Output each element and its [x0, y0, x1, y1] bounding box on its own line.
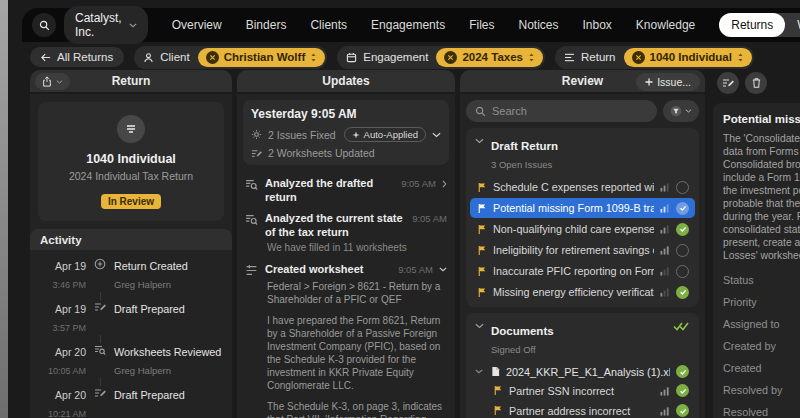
updates-summary-group: Yesterday 9:05 AM 2 Issues Fixed Auto-Ap… [243, 100, 449, 165]
person-icon [143, 52, 154, 63]
issue-row[interactable]: Schedule C expenses reported without i..… [470, 177, 695, 197]
signal-bars-icon [660, 266, 670, 276]
update-item[interactable]: Analyzed the current state of the tax re… [237, 206, 455, 241]
auto-applied-badge[interactable]: Auto-Applied [344, 127, 426, 142]
org-switcher[interactable]: Catalyst, Inc. [64, 6, 148, 44]
review-search-row [466, 100, 699, 122]
activity-time: 3:46 PM [52, 280, 86, 290]
filter-label-client: Client [136, 49, 197, 65]
filter-chip-engagement: Engagement 2024 Taxes [337, 46, 545, 69]
nav-item-clients[interactable]: Clients [310, 18, 347, 32]
signal-bars-icon [660, 386, 670, 396]
document-issue-row[interactable]: Partner SSN incorrect [470, 381, 695, 400]
issue-detail-card: Potential missing F The 'Consolidated da… [713, 103, 800, 418]
update-item[interactable]: Created worksheet 9:05 AM [237, 257, 455, 279]
status-circle-done[interactable] [676, 384, 689, 397]
status-circle-done[interactable] [676, 365, 689, 378]
document-row[interactable]: 2024_KKR_PE_K1_Analysis (1).xlsx [470, 362, 695, 381]
issue-row-selected[interactable]: Potential missing Form 1099-B transacti.… [470, 198, 695, 218]
issue-detail-body-line: probable that there [723, 197, 800, 210]
activity-row[interactable]: Apr 193:57 PM Draft Prepared [38, 299, 226, 335]
nav-item-notices[interactable]: Notices [518, 18, 558, 32]
issue-text: Ineligibility for retirement savings con… [493, 244, 654, 256]
remove-filter-icon[interactable] [206, 51, 219, 64]
filter-value-engagement[interactable]: 2024 Taxes [436, 48, 543, 67]
activity-row[interactable]: Apr 2010:21 AM Draft Prepared [38, 385, 226, 418]
edit-issue-button[interactable] [717, 72, 739, 94]
delete-issue-button[interactable] [745, 72, 767, 94]
status-circle-open[interactable] [676, 265, 689, 278]
field-created-by: Created by [723, 340, 800, 352]
issue-detail-body-line: Consolidated brok [723, 158, 800, 171]
nav-item-worksheets[interactable]: Worksheets [785, 13, 800, 37]
search-input[interactable] [492, 105, 648, 117]
issue-detail-body-line: consolidated state [723, 223, 800, 236]
updates-panel-title: Updates [322, 74, 369, 88]
filter-button[interactable] [663, 100, 699, 122]
filter-label-return: Return [557, 49, 624, 65]
status-circle-done[interactable] [676, 404, 689, 417]
filter-label-text: Client [160, 51, 189, 63]
filter-label-text: Return [581, 51, 616, 63]
activity-row[interactable]: Apr 193:46 PM Return CreatedGreg Halpern [38, 256, 226, 292]
back-to-all-returns-button[interactable]: All Returns [30, 47, 124, 67]
nav-item-overview[interactable]: Overview [172, 18, 222, 32]
plus-circle-icon [94, 257, 106, 292]
issue-row[interactable]: Inaccurate PFIC reporting on Form 8621 [470, 261, 695, 281]
nav-item-inbox[interactable]: Inbox [583, 18, 612, 32]
global-search-button[interactable] [32, 13, 56, 37]
issue-row[interactable]: Missing energy efficiency verification f… [470, 282, 695, 302]
chevron-right-icon [442, 180, 447, 188]
issue-detail-title: Potential missing F [723, 113, 800, 125]
filter-value-return[interactable]: 1040 Individual [624, 48, 752, 67]
nav-item-returns-active[interactable]: Returns [719, 13, 785, 37]
nav-item-knowledge[interactable]: Knowledge [636, 18, 695, 32]
new-issue-button[interactable]: Issue... [636, 73, 700, 91]
draft-return-group-header[interactable]: Draft Return3 Open Issues [470, 132, 695, 177]
activity-row[interactable]: Apr 2010:05 AM Worksheets ReviewedGreg H… [38, 342, 226, 378]
activity-title: Worksheets Reviewed [114, 346, 221, 358]
remove-filter-icon[interactable] [444, 51, 457, 64]
edit-icon [251, 148, 262, 159]
issue-detail-body-line: The 'Consolidated [723, 132, 800, 145]
status-circle-open[interactable] [676, 244, 689, 257]
search-icon [475, 106, 486, 117]
status-circle-done[interactable] [676, 223, 689, 236]
issue-text: Schedule C expenses reported without i..… [493, 181, 654, 193]
chevron-down-icon [475, 369, 485, 374]
status-circle-done[interactable] [676, 286, 689, 299]
search-box[interactable] [466, 100, 657, 122]
update-item[interactable]: Analyzed the drafted return 9:05 AM [237, 171, 455, 206]
filter-bar: All Returns Client Christian Wolff Engag… [30, 46, 754, 68]
chevron-down-icon [475, 136, 484, 144]
nav-item-files[interactable]: Files [469, 18, 494, 32]
nav-item-binders[interactable]: Binders [246, 18, 287, 32]
status-circle-done[interactable] [676, 202, 689, 215]
worksheet-icon [245, 263, 258, 277]
remove-filter-icon[interactable] [632, 51, 645, 64]
flag-icon [493, 385, 503, 396]
documents-group-header[interactable]: DocumentsSigned Off [470, 317, 695, 362]
worksheet-path: Federal > Foreign > 8621 - Return by a S… [237, 279, 455, 306]
return-panel-header: Return [30, 70, 232, 94]
flag-icon [477, 287, 487, 298]
status-circle-open[interactable] [676, 181, 689, 194]
nav-item-engagements[interactable]: Engagements [371, 18, 445, 32]
signal-bars-icon [660, 287, 670, 297]
field-resolved-by: Resolved by [723, 384, 800, 396]
documents-group: DocumentsSigned Off 2024_KKR_PE_K1_Analy… [466, 313, 699, 418]
filter-value-client[interactable]: Christian Wolff [198, 48, 326, 67]
issue-detail-body-line: include a Form 109 [723, 171, 800, 184]
document-issue-row[interactable]: Partner address incorrect [470, 401, 695, 418]
chevron-down-icon[interactable] [432, 132, 441, 138]
signal-bars-icon [660, 203, 670, 213]
export-button[interactable] [35, 73, 70, 90]
issue-text: Inaccurate PFIC reporting on Form 8621 [493, 265, 654, 277]
activity-date: Apr 20 [55, 346, 86, 358]
share-icon [42, 76, 52, 87]
issue-row[interactable]: Ineligibility for retirement savings con… [470, 240, 695, 260]
issue-row[interactable]: Non-qualifying child care expenses repo.… [470, 219, 695, 239]
plus-icon [645, 78, 653, 86]
flag-icon [477, 182, 487, 193]
issue-detail-body-line: data from Forms 1 [723, 145, 800, 158]
